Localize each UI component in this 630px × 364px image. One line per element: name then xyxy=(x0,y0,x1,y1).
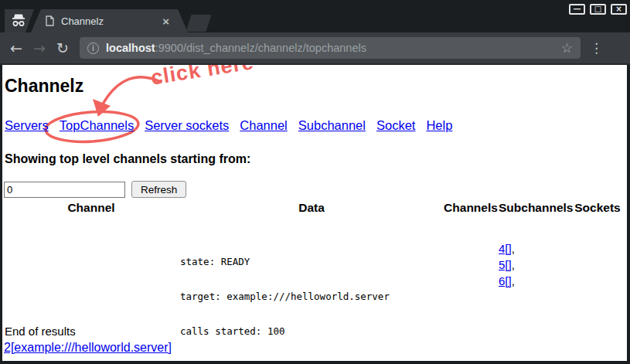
subchannel-line: 5[], xyxy=(499,257,568,273)
channels-table: Channel Data Channels Subchannels Socket… xyxy=(2,201,627,361)
header-sockets: Sockets xyxy=(568,201,627,215)
tab-title: Channelz xyxy=(61,15,162,27)
window-controls: — □ × xyxy=(569,4,627,15)
data-line: calls started: 100 xyxy=(180,325,443,337)
browser-menu-icon[interactable]: ⋮ xyxy=(590,40,603,56)
subchannel-link[interactable]: 5[] xyxy=(499,258,512,271)
nav-link-help[interactable]: Help xyxy=(426,118,452,133)
subchannel-link[interactable]: 4[] xyxy=(499,242,512,255)
refresh-button[interactable]: Refresh xyxy=(131,181,186,198)
filter-row: Refresh xyxy=(4,181,186,198)
data-line: state: READY xyxy=(180,256,443,267)
channel-link[interactable]: 2[example:///helloworld.server] xyxy=(4,341,172,355)
toolbar: ← → ↻ i localhost:9900/dist_channelz/cha… xyxy=(0,32,630,65)
forward-icon[interactable]: → xyxy=(28,39,51,56)
subchannel-separator: , xyxy=(512,274,515,287)
address-bar[interactable]: i localhost:9900/dist_channelz/channelz/… xyxy=(80,37,581,59)
subchannel-separator: , xyxy=(512,242,515,255)
back-icon[interactable]: ← xyxy=(5,39,28,56)
section-subtitle: Showing top level channels starting from… xyxy=(5,152,250,166)
nav-link-servers[interactable]: Servers xyxy=(5,118,49,133)
channel-cell: 2[example:///helloworld.server] xyxy=(2,231,180,361)
subchannel-line: 6[], xyxy=(499,273,568,289)
header-data: Data xyxy=(180,201,443,215)
sockets-cell xyxy=(568,231,627,361)
header-channel: Channel xyxy=(2,201,180,215)
annotation-arrow xyxy=(100,77,161,110)
start-input[interactable] xyxy=(4,182,125,198)
close-button[interactable]: × xyxy=(611,4,627,15)
subchannel-line: 4[], xyxy=(499,240,568,257)
reload-icon[interactable]: ↻ xyxy=(51,39,74,56)
tab-close-icon[interactable]: × xyxy=(162,15,169,27)
header-channels: Channels xyxy=(443,201,499,215)
nav-link-channel[interactable]: Channel xyxy=(240,118,287,133)
minimize-button[interactable]: — xyxy=(569,4,585,15)
data-line: calls succeeded: 85 xyxy=(180,360,443,361)
annotation-text: click here xyxy=(149,65,256,90)
url-host: localhost xyxy=(106,42,155,54)
channels-cell xyxy=(443,231,499,361)
page-icon xyxy=(46,15,54,26)
nav-link-subchannel[interactable]: Subchannel xyxy=(298,118,366,133)
subchannel-link[interactable]: 6[] xyxy=(499,274,512,287)
titlebar: Channelz × — □ × xyxy=(0,0,630,32)
header-subchannels: Subchannels xyxy=(499,201,568,215)
maximize-button[interactable]: □ xyxy=(590,4,606,15)
page-title: Channelz xyxy=(5,76,83,97)
url-text: localhost:9900/dist_channelz/channelz/to… xyxy=(106,42,561,54)
channelz-nav: Servers TopChannels Server sockets Chann… xyxy=(5,118,452,133)
nav-link-socket[interactable]: Socket xyxy=(376,118,415,133)
end-of-results: End of results xyxy=(5,325,76,338)
tab-channelz[interactable]: Channelz × xyxy=(31,9,188,32)
page-info-icon[interactable]: i xyxy=(87,43,99,54)
incognito-icon xyxy=(10,14,27,28)
url-path: :9900/dist_channelz/channelz/topchannels xyxy=(155,42,366,54)
incognito-badge xyxy=(5,9,34,32)
browser-window: Channelz × — □ × ← → ↻ i localhost:9900/… xyxy=(0,0,630,364)
new-tab-button[interactable] xyxy=(186,15,211,32)
data-cell: state: READY target: example:///hellowor… xyxy=(180,231,443,361)
table-row: 2[example:///helloworld.server] state: R… xyxy=(2,231,627,361)
page-content: Channelz click here Servers TopChannels … xyxy=(2,65,627,361)
bookmark-star-icon[interactable]: ☆ xyxy=(561,40,573,56)
nav-link-server-sockets[interactable]: Server sockets xyxy=(145,118,229,133)
nav-link-topchannels[interactable]: TopChannels xyxy=(60,118,134,133)
subchannels-cell: 4[], 5[], 6[], xyxy=(499,231,568,361)
subchannel-separator: , xyxy=(512,258,515,271)
table-header-row: Channel Data Channels Subchannels Socket… xyxy=(2,201,627,215)
data-line: target: example:///helloworld.server xyxy=(180,291,443,302)
annotation-arrowhead xyxy=(93,99,111,117)
